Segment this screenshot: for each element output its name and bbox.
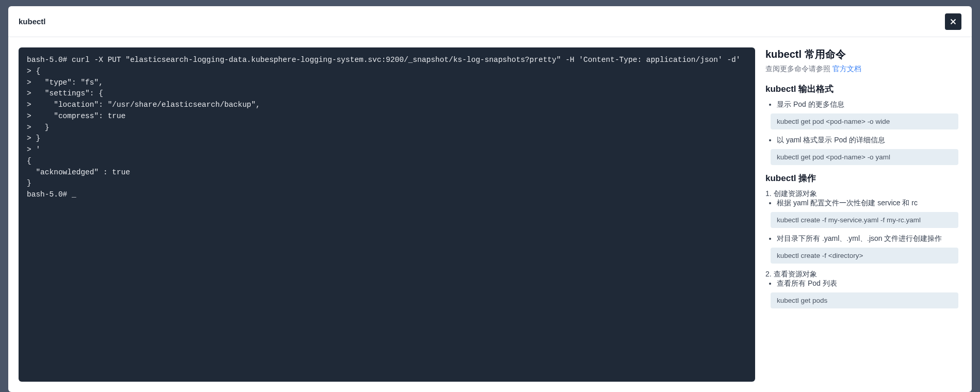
code-snippet[interactable]: kubectl get pods	[771, 292, 958, 308]
help-item-label: 查看所有 Pod 列表	[777, 279, 958, 288]
help-item-label: 显示 Pod 的更多信息	[777, 100, 958, 109]
kubectl-modal: kubectl bash-5.0# curl -X PUT "elasticse…	[8, 6, 972, 392]
official-docs-link[interactable]: 官方文档	[832, 64, 861, 73]
code-snippet[interactable]: kubectl get pod <pod-name> -o wide	[771, 113, 958, 129]
section-heading: kubectl 操作	[765, 172, 958, 184]
code-snippet[interactable]: kubectl create -f <directory>	[771, 248, 958, 264]
help-item: 查看所有 Pod 列表 kubectl get pods	[765, 279, 958, 308]
help-panel[interactable]: kubectl 常用命令 查阅更多命令请参照 官方文档 kubectl 输出格式…	[765, 47, 961, 382]
help-subtitle-text: 查阅更多命令请参照	[765, 64, 832, 73]
help-item-label: 以 yaml 格式显示 Pod 的详细信息	[777, 136, 958, 145]
help-item: 根据 yaml 配置文件一次性创建 service 和 rc kubectl c…	[765, 199, 958, 228]
help-title: kubectl 常用命令	[765, 47, 958, 61]
code-snippet[interactable]: kubectl get pod <pod-name> -o yaml	[771, 149, 958, 165]
ordered-heading: 1. 创建资源对象	[765, 189, 958, 199]
terminal[interactable]: bash-5.0# curl -X PUT "elasticsearch-log…	[19, 47, 755, 382]
code-snippet[interactable]: kubectl create -f my-service.yaml -f my-…	[771, 212, 958, 228]
help-item-label: 根据 yaml 配置文件一次性创建 service 和 rc	[777, 199, 958, 208]
close-icon	[949, 17, 958, 26]
terminal-output: bash-5.0# curl -X PUT "elasticsearch-log…	[27, 56, 741, 199]
modal-body: bash-5.0# curl -X PUT "elasticsearch-log…	[8, 37, 972, 392]
help-item-label: 对目录下所有 .yaml、.yml、.json 文件进行创建操作	[777, 234, 958, 243]
ordered-heading: 2. 查看资源对象	[765, 270, 958, 279]
terminal-cursor	[72, 190, 76, 199]
modal-title: kubectl	[19, 17, 46, 26]
help-item: 显示 Pod 的更多信息 kubectl get pod <pod-name> …	[765, 100, 958, 129]
modal-header: kubectl	[8, 6, 972, 37]
close-button[interactable]	[945, 13, 961, 30]
help-item: 以 yaml 格式显示 Pod 的详细信息 kubectl get pod <p…	[765, 136, 958, 165]
help-item: 对目录下所有 .yaml、.yml、.json 文件进行创建操作 kubectl…	[765, 234, 958, 264]
help-subtitle: 查阅更多命令请参照 官方文档	[765, 64, 958, 74]
section-heading: kubectl 输出格式	[765, 83, 958, 95]
